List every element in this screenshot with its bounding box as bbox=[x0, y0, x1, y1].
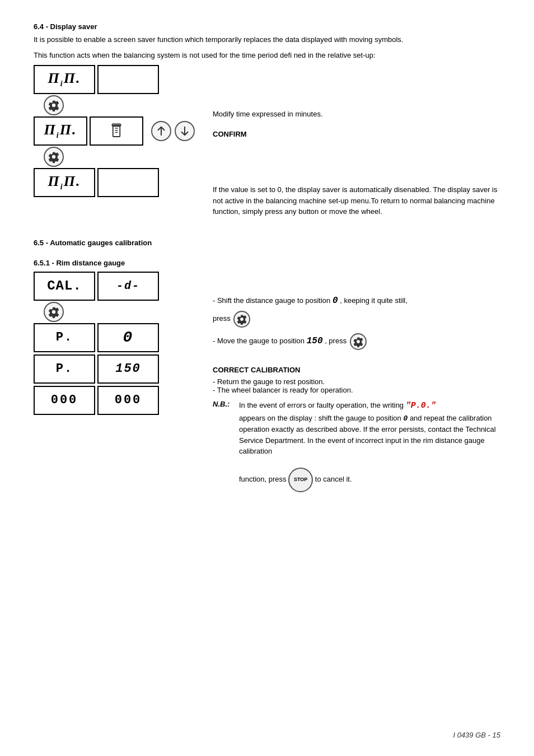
correct-cal-list: Return the gauge to rest position. The w… bbox=[213, 377, 500, 394]
display-box-nin-2: ΠiΠ. bbox=[34, 116, 87, 146]
gear-button-1[interactable] bbox=[44, 95, 64, 115]
nb-cancel-text: to cancel it. bbox=[315, 475, 352, 483]
press-label-1: press bbox=[213, 314, 231, 323]
section-64-annotation: Modify time expressed in minutes. CONFIR… bbox=[213, 65, 500, 222]
nb-section: N.B.: In the event of errors or faulty o… bbox=[213, 400, 500, 492]
arrow-down-icon bbox=[179, 125, 191, 137]
section-65-heading: 6.5 - Automatic gauges calibration bbox=[34, 239, 500, 247]
section-64-diagram-area: ΠiΠ. ΠiΠ. bbox=[34, 65, 500, 222]
display-row-3: ΠiΠ. bbox=[34, 168, 196, 197]
p-text-1: P. bbox=[56, 330, 73, 344]
arrow-up-icon bbox=[155, 125, 167, 137]
section-64-left-panel: ΠiΠ. ΠiΠ. bbox=[34, 65, 196, 197]
display-box-empty-1 bbox=[97, 65, 159, 94]
gear-icon-2 bbox=[48, 151, 60, 163]
display-row-2: ΠiΠ. bbox=[34, 116, 196, 146]
stop-label: STOP bbox=[294, 477, 307, 483]
cal-pos150: 150 bbox=[307, 336, 323, 346]
annotation-info-text: If the value is set to 0, the display sa… bbox=[213, 184, 500, 217]
gear-icon-inline-2 bbox=[353, 336, 364, 347]
arrow-up-button[interactable] bbox=[151, 121, 171, 141]
gear-inline-1[interactable] bbox=[233, 311, 250, 328]
gear-icon-1 bbox=[48, 99, 60, 111]
annotation-confirm-text: CONFIRM bbox=[213, 129, 500, 140]
nb-text: In the event of errors or faulty operati… bbox=[239, 400, 500, 492]
cal-text: CAL. bbox=[47, 278, 82, 293]
cal-press-line1: press bbox=[213, 311, 500, 328]
display-box-empty-3 bbox=[97, 168, 159, 197]
nb-label: N.B.: bbox=[213, 400, 232, 408]
arrow-buttons bbox=[150, 121, 196, 141]
cal-icon-row-1 bbox=[34, 302, 196, 322]
gear-button-2[interactable] bbox=[44, 147, 64, 167]
cal-row-p150: P. 150 bbox=[34, 354, 196, 384]
section-64: 6.4 - Display saver It is possible to en… bbox=[34, 22, 500, 222]
section-64-para2: This function acts when the balancing sy… bbox=[34, 50, 500, 61]
cal-line1b-text: , keeping it quite still, bbox=[340, 296, 407, 305]
section-651-diagram-area: CAL. -d- P. 0 bbox=[34, 272, 500, 502]
nb-text2: appears on the display : shift the gauge… bbox=[239, 414, 401, 422]
section-65: 6.5 - Automatic gauges calibration 6.5.1… bbox=[34, 239, 500, 502]
annotation-time-text: Modify time expressed in minutes. bbox=[213, 109, 500, 120]
gear-button-cal-1[interactable] bbox=[44, 302, 64, 322]
clock-icon bbox=[108, 123, 125, 139]
display-box-nin-1: ΠiΠ. bbox=[34, 65, 95, 94]
stop-button[interactable]: STOP bbox=[288, 468, 313, 492]
display-box-time-icon bbox=[90, 116, 143, 146]
cal-line1-text: - Shift the distance gauge to position bbox=[213, 296, 330, 305]
press-label-2: , press bbox=[325, 337, 346, 345]
icon-row-1 bbox=[34, 95, 196, 115]
display-box-nin-3: ΠiΠ. bbox=[34, 168, 95, 197]
p-text-2: P. bbox=[56, 362, 73, 376]
cal-display-box: CAL. bbox=[34, 272, 95, 301]
section-651-heading: 6.5.1 - Rim distance gauge bbox=[34, 259, 500, 267]
icon-row-2 bbox=[34, 147, 196, 167]
page-footer: I 0439 GB - 15 bbox=[453, 731, 500, 739]
cal-annotation-line1: - Shift the distance gauge to position 0… bbox=[213, 294, 500, 307]
correct-calibration-title: CORRECT CALIBRATION bbox=[213, 365, 500, 376]
section-651-annotation: - Shift the distance gauge to position 0… bbox=[213, 272, 500, 502]
section-651-left-panel: CAL. -d- P. 0 bbox=[34, 272, 196, 415]
zero000-display-2: 000 bbox=[97, 386, 159, 415]
cal-list-item-2: The wheel balancer is ready for operatio… bbox=[213, 386, 500, 394]
p-display-2: P. bbox=[34, 354, 95, 384]
svg-rect-1 bbox=[113, 125, 120, 137]
cal-row-p0: P. 0 bbox=[34, 323, 196, 352]
gear-inline-2[interactable] bbox=[350, 333, 367, 350]
arrow-down-button[interactable] bbox=[175, 121, 195, 141]
zero000-display-1: 000 bbox=[34, 386, 95, 415]
cal-row-1: CAL. -d- bbox=[34, 272, 196, 301]
zero-text: 0 bbox=[123, 329, 134, 346]
p150-text: 150 bbox=[115, 362, 141, 376]
zero-display: 0 bbox=[97, 323, 159, 352]
nb-pos0: 0 bbox=[403, 414, 407, 423]
cal-list-item-1: Return the gauge to rest position. bbox=[213, 377, 500, 386]
display-row-1: ΠiΠ. bbox=[34, 65, 196, 94]
dash-d-text: -d- bbox=[116, 279, 140, 292]
dash-d-display-box: -d- bbox=[97, 272, 159, 301]
p150-display: 150 bbox=[97, 354, 159, 384]
zero000-text-1: 000 bbox=[51, 393, 78, 407]
gear-icon-inline-1 bbox=[236, 314, 247, 325]
nb-function-text: function, press bbox=[239, 475, 287, 483]
zero000-text-2: 000 bbox=[115, 393, 142, 407]
nb-po-text: "P.0." bbox=[406, 401, 436, 410]
gear-icon-cal-1 bbox=[48, 306, 60, 318]
cal-annotation-line2: - Move the gauge to position 150 , press bbox=[213, 333, 500, 350]
section-64-heading: 6.4 - Display saver bbox=[34, 22, 500, 31]
section-64-para1: It is possible to enable a screen saver … bbox=[34, 34, 500, 45]
cal-row-000: 000 000 bbox=[34, 386, 196, 415]
cal-line2-text: - Move the gauge to position bbox=[213, 337, 305, 345]
nb-text1: In the event of errors or faulty operati… bbox=[239, 401, 404, 409]
footer-text: I 0439 GB - 15 bbox=[453, 731, 500, 739]
cal-pos0-text: 0 bbox=[332, 296, 338, 306]
p-display-1: P. bbox=[34, 323, 95, 352]
